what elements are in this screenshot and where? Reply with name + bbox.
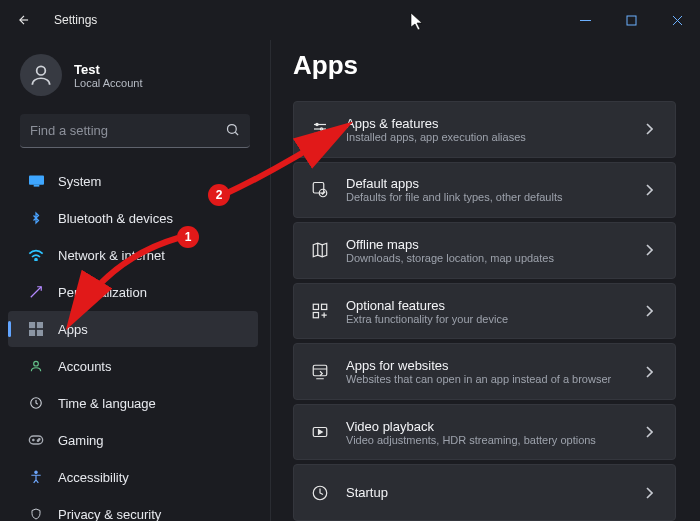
svg-rect-1 bbox=[627, 16, 636, 25]
minimize-button[interactable] bbox=[562, 0, 608, 40]
maximize-button[interactable] bbox=[608, 0, 654, 40]
startup-icon bbox=[310, 483, 330, 503]
video-icon bbox=[310, 422, 330, 442]
svg-point-19 bbox=[35, 471, 37, 473]
card-subtitle: Downloads, storage location, map updates bbox=[346, 252, 629, 264]
card-title: Default apps bbox=[346, 176, 629, 191]
sidebar-item-bluetooth[interactable]: Bluetooth & devices bbox=[8, 200, 258, 236]
card-title: Startup bbox=[346, 485, 629, 500]
titlebar: Settings bbox=[0, 0, 700, 40]
search-input[interactable] bbox=[20, 114, 250, 148]
sidebar-item-time[interactable]: Time & language bbox=[8, 385, 258, 421]
svg-point-4 bbox=[37, 66, 46, 75]
settings-card-optional[interactable]: Optional features Extra functionality fo… bbox=[293, 283, 676, 340]
sidebar: Test Local Account SystemBluetooth & dev… bbox=[0, 40, 270, 521]
sidebar-item-apps[interactable]: Apps bbox=[8, 311, 258, 347]
card-title: Apps & features bbox=[346, 116, 629, 131]
settings-card-default-apps[interactable]: Default apps Defaults for file and link … bbox=[293, 162, 676, 219]
window-title: Settings bbox=[54, 13, 97, 27]
main-layout: Test Local Account SystemBluetooth & dev… bbox=[0, 40, 700, 521]
svg-rect-31 bbox=[313, 365, 327, 376]
svg-rect-16 bbox=[29, 436, 42, 444]
profile-block[interactable]: Test Local Account bbox=[0, 44, 270, 114]
sidebar-item-accounts[interactable]: Accounts bbox=[8, 348, 258, 384]
sidebar-item-label: Accounts bbox=[58, 359, 111, 374]
close-icon bbox=[672, 15, 683, 26]
chevron-right-icon bbox=[645, 305, 659, 317]
gaming-icon bbox=[28, 432, 44, 448]
card-text: Default apps Defaults for file and link … bbox=[346, 176, 629, 203]
accounts-icon bbox=[28, 358, 44, 374]
bluetooth-icon bbox=[28, 210, 44, 226]
svg-point-18 bbox=[37, 440, 38, 441]
settings-card-websites[interactable]: Apps for websites Websites that can open… bbox=[293, 343, 676, 400]
chevron-right-icon bbox=[645, 244, 659, 256]
page-title: Apps bbox=[293, 50, 676, 81]
card-text: Optional features Extra functionality fo… bbox=[346, 298, 629, 325]
sidebar-nav: SystemBluetooth & devicesNetwork & inter… bbox=[0, 162, 270, 521]
card-text: Apps & features Installed apps, app exec… bbox=[346, 116, 629, 143]
card-text: Offline maps Downloads, storage location… bbox=[346, 237, 629, 264]
card-subtitle: Video adjustments, HDR streaming, batter… bbox=[346, 434, 629, 446]
optional-icon bbox=[310, 301, 330, 321]
settings-card-list: Apps & features Installed apps, app exec… bbox=[293, 101, 676, 521]
svg-rect-8 bbox=[33, 185, 39, 187]
card-subtitle: Websites that can open in an app instead… bbox=[346, 373, 629, 385]
sidebar-item-label: Personalization bbox=[58, 285, 147, 300]
apps-features-icon bbox=[310, 119, 330, 139]
sidebar-item-accessibility[interactable]: Accessibility bbox=[8, 459, 258, 495]
card-title: Optional features bbox=[346, 298, 629, 313]
sidebar-item-label: Gaming bbox=[58, 433, 104, 448]
sidebar-item-system[interactable]: System bbox=[8, 163, 258, 199]
avatar bbox=[20, 54, 62, 96]
search-wrap bbox=[20, 114, 250, 148]
settings-card-maps[interactable]: Offline maps Downloads, storage location… bbox=[293, 222, 676, 279]
svg-rect-26 bbox=[313, 182, 324, 193]
window-controls bbox=[562, 0, 700, 40]
profile-text: Test Local Account bbox=[74, 62, 143, 89]
settings-card-startup[interactable]: Startup bbox=[293, 464, 676, 521]
sidebar-item-network[interactable]: Network & internet bbox=[8, 237, 258, 273]
mouse-cursor-icon bbox=[410, 12, 426, 32]
chevron-right-icon bbox=[645, 123, 659, 135]
card-subtitle: Extra functionality for your device bbox=[346, 313, 629, 325]
profile-account-type: Local Account bbox=[74, 77, 143, 89]
sidebar-item-label: Privacy & security bbox=[58, 507, 161, 522]
back-button[interactable] bbox=[12, 8, 36, 32]
card-text: Video playback Video adjustments, HDR st… bbox=[346, 419, 629, 446]
maps-icon bbox=[310, 240, 330, 260]
svg-rect-11 bbox=[37, 322, 43, 328]
svg-rect-13 bbox=[37, 330, 43, 336]
chevron-right-icon bbox=[645, 487, 659, 499]
chevron-right-icon bbox=[645, 366, 659, 378]
sidebar-item-label: Time & language bbox=[58, 396, 156, 411]
svg-rect-30 bbox=[313, 313, 318, 318]
default-apps-icon bbox=[310, 180, 330, 200]
card-title: Offline maps bbox=[346, 237, 629, 252]
card-subtitle: Defaults for file and link types, other … bbox=[346, 191, 629, 203]
settings-card-video[interactable]: Video playback Video adjustments, HDR st… bbox=[293, 404, 676, 461]
sidebar-item-label: Apps bbox=[58, 322, 88, 337]
personalization-icon bbox=[28, 284, 44, 300]
svg-rect-10 bbox=[29, 322, 35, 328]
content-panel: Apps Apps & features Installed apps, app… bbox=[270, 40, 700, 521]
close-button[interactable] bbox=[654, 0, 700, 40]
svg-rect-12 bbox=[29, 330, 35, 336]
svg-point-5 bbox=[228, 125, 237, 134]
sidebar-item-label: System bbox=[58, 174, 101, 189]
svg-line-6 bbox=[235, 132, 238, 135]
settings-card-apps-features[interactable]: Apps & features Installed apps, app exec… bbox=[293, 101, 676, 158]
maximize-icon bbox=[626, 15, 637, 26]
sidebar-item-label: Bluetooth & devices bbox=[58, 211, 173, 226]
card-text: Startup bbox=[346, 485, 629, 500]
svg-rect-28 bbox=[313, 304, 318, 309]
sidebar-item-privacy[interactable]: Privacy & security bbox=[8, 496, 258, 521]
svg-rect-29 bbox=[322, 304, 327, 309]
apps-icon bbox=[28, 321, 44, 337]
arrow-left-icon bbox=[17, 13, 31, 27]
svg-rect-7 bbox=[29, 175, 44, 184]
chevron-right-icon bbox=[645, 426, 659, 438]
sidebar-item-gaming[interactable]: Gaming bbox=[8, 422, 258, 458]
card-subtitle: Installed apps, app execution aliases bbox=[346, 131, 629, 143]
sidebar-item-personalization[interactable]: Personalization bbox=[8, 274, 258, 310]
